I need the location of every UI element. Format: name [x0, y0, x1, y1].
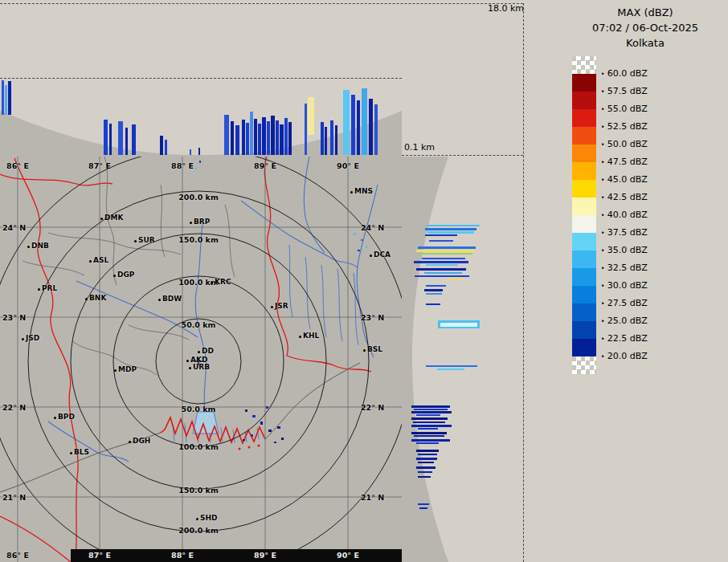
legend-panel: MAX (dBZ) 07:02 / 06-Oct-2025 Kolkata ‣6… — [562, 0, 728, 562]
city-label: KHL — [303, 332, 319, 340]
legend-threshold-text: 47.5 dBZ — [607, 157, 648, 167]
city-label: DNB — [31, 242, 49, 250]
echo-bar — [276, 120, 279, 155]
city-marker-dot — [54, 417, 56, 419]
echo-bar — [369, 99, 373, 155]
color-scale-cells — [572, 74, 596, 356]
echo-bar — [424, 272, 462, 274]
echo-bar — [109, 124, 112, 155]
echo-bar — [250, 112, 253, 155]
legend-color-cell — [572, 321, 596, 339]
legend-color-cell — [572, 286, 596, 303]
echo-bar — [419, 253, 472, 255]
city-label: URB — [193, 363, 210, 371]
city-label: JSR — [275, 302, 288, 310]
lon-label-bottom: 87° E — [84, 551, 116, 560]
echo-bar — [190, 149, 191, 155]
legend-color-cell — [572, 339, 596, 356]
lat-label-left: 24° N — [2, 223, 31, 232]
city-marker-dot — [134, 240, 137, 242]
legend-threshold-label: ‣57.5 dBZ — [601, 86, 648, 98]
legend-threshold-text: 30.0 dBZ — [607, 280, 648, 291]
city-marker-dot — [299, 336, 301, 338]
echo-bar — [416, 458, 437, 460]
city-label: PRL — [42, 284, 57, 292]
legend-threshold-label: ‣25.0 dBZ — [601, 316, 648, 328]
echo-bar — [104, 120, 108, 155]
station-name: Kolkata — [562, 35, 728, 51]
legend-threshold-text: 55.0 dBZ — [607, 104, 648, 114]
legend-tick-icon: ‣ — [601, 71, 605, 78]
above-range-checker — [572, 56, 596, 74]
echo-bar — [426, 285, 446, 287]
lat-label-left: 21° N — [2, 493, 31, 502]
echo-bar — [254, 119, 257, 155]
echo-bar — [418, 471, 432, 473]
echo-bar — [125, 128, 128, 155]
right-height-profile-panel[interactable] — [402, 157, 523, 562]
legend-threshold-label: ‣20.0 dBZ — [601, 351, 648, 363]
echo-bar — [418, 428, 438, 430]
echo-bar — [416, 268, 466, 271]
echo-bar — [416, 466, 436, 469]
echo-bar — [374, 104, 378, 155]
echo-bar — [426, 293, 442, 295]
legend-color-cell — [572, 250, 596, 268]
echo-bar — [242, 120, 245, 155]
legend-threshold-text: 40.0 dBZ — [607, 210, 648, 220]
lat-label-right: 23° N — [361, 313, 390, 322]
axis-bottom-height-label: 0.1 km — [404, 142, 435, 153]
legend-threshold-label: ‣22.5 dBZ — [601, 333, 648, 345]
radar-map-panel[interactable]: 86° E86° E87° E87° E88° E88° E89° E89° E… — [0, 157, 402, 562]
city-label: ASL — [93, 256, 108, 264]
legend-tick-icon: ‣ — [601, 159, 605, 166]
echo-bar — [429, 240, 453, 242]
legend-threshold-text: 22.5 dBZ — [607, 333, 648, 344]
legend-tick-icon: ‣ — [601, 336, 605, 343]
echo-bar — [426, 303, 440, 305]
range-ring-label: 50.0 km — [174, 405, 223, 413]
city-marker-dot — [196, 518, 198, 520]
city-label: DGP — [117, 271, 134, 279]
legend-threshold-label: ‣30.0 dBZ — [601, 280, 648, 292]
city-marker-dot — [190, 222, 192, 224]
echo-bar — [426, 264, 458, 266]
legend-threshold-label: ‣50.0 dBZ — [601, 139, 648, 151]
echo-bar — [419, 507, 427, 509]
echo-bar — [411, 417, 448, 420]
echo-bar — [308, 97, 314, 135]
legend-threshold-text: 20.0 dBZ — [607, 351, 648, 361]
legend-threshold-label: ‣42.5 dBZ — [601, 192, 648, 204]
legend-threshold-label: ‣47.5 dBZ — [601, 157, 648, 169]
legend-tick-icon: ‣ — [601, 353, 605, 360]
city-marker-dot — [363, 349, 366, 352]
echo-bar — [425, 234, 457, 236]
legend-tick-icon: ‣ — [601, 265, 605, 272]
below-range-checker — [572, 356, 596, 374]
legend-tick-icon: ‣ — [601, 88, 605, 96]
city-marker-dot — [158, 299, 161, 301]
city-marker-dot — [271, 306, 273, 308]
legend-tick-icon: ‣ — [601, 318, 605, 325]
radar-display-window: { "header": {"product": "MAX (dBZ)", "da… — [0, 0, 728, 562]
product-header: MAX (dBZ) 07:02 / 06-Oct-2025 Kolkata — [562, 5, 728, 51]
echo-bar — [426, 365, 477, 367]
lon-label: 87° E — [84, 161, 116, 170]
legend-color-cell — [572, 162, 596, 180]
city-marker-dot — [100, 218, 103, 220]
city-marker-dot — [370, 255, 372, 257]
city-label: BLS — [74, 448, 89, 456]
legend-threshold-label: ‣37.5 dBZ — [601, 227, 648, 239]
city-marker-dot — [113, 275, 116, 277]
echo-bar — [330, 120, 333, 155]
lon-label-bottom: 88° E — [166, 551, 198, 560]
legend-threshold-label: ‣40.0 dBZ — [601, 210, 648, 222]
legend-threshold-label: ‣35.0 dBZ — [601, 245, 648, 257]
legend-threshold-label: ‣52.5 dBZ — [601, 121, 648, 133]
echo-bar — [224, 115, 229, 155]
legend-threshold-text: 25.0 dBZ — [607, 316, 648, 326]
city-marker-dot — [22, 338, 24, 340]
echo-bar — [8, 81, 11, 115]
legend-tick-icon: ‣ — [601, 194, 605, 202]
echo-bar — [427, 231, 474, 234]
